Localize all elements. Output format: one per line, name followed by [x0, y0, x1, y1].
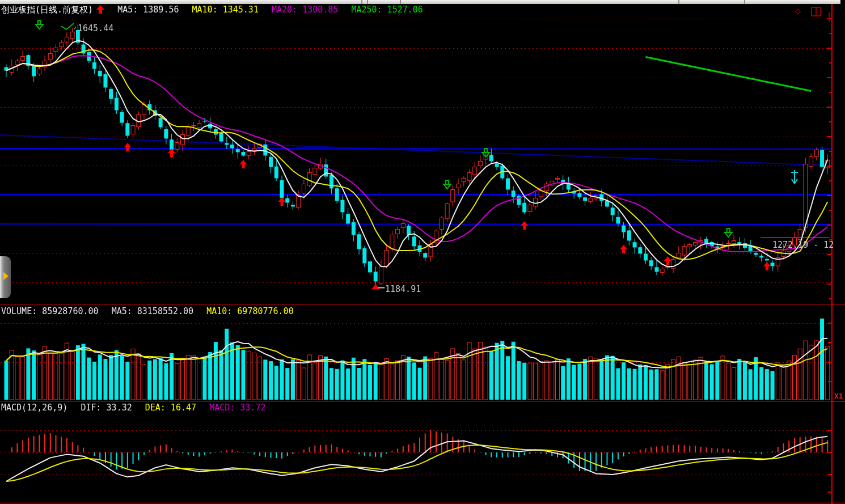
macd-indicator-row: MACD(12,26,9) DIF: 33.32 DEA: 16.47 MACD… — [1, 403, 273, 413]
toolbar-separator — [744, 0, 745, 4]
price-level-callout: 1272.19 - 12 — [760, 238, 830, 252]
ma5-value: MA5: 1389.56 — [117, 5, 179, 15]
tile-windows-icon[interactable] — [811, 7, 821, 16]
macd-params: MACD(12,26,9) — [1, 403, 67, 413]
price-level-text: 1272.19 - 12 — [772, 240, 834, 250]
main-indicator-row: 创业板指(日线.前复权) MA5: 1389.56 MA10: 1345.31 … — [1, 5, 431, 15]
axis-stub — [829, 12, 830, 22]
high-price-label: 1645.44 — [78, 23, 113, 33]
ma20-value: MA20: 1300.85 — [272, 5, 338, 15]
dif-value: DIF: 33.32 — [81, 403, 132, 413]
x-axis-scale-label: X1 — [834, 392, 843, 400]
toolbar-separator — [678, 0, 679, 4]
chart-canvas[interactable] — [0, 0, 845, 504]
top-toolbar[interactable] — [0, 0, 840, 4]
volume-ma5-value: MA5: 83158552.00 — [112, 306, 194, 316]
sidebar-expand-handle[interactable] — [0, 256, 11, 298]
stock-app-window: 创业板指(日线.前复权) MA5: 1389.56 MA10: 1345.31 … — [0, 0, 845, 504]
diamond-icon[interactable]: ◇ — [795, 5, 801, 16]
expand-arrow-icon — [3, 272, 9, 280]
trend-up-arrow-icon — [96, 5, 104, 14]
ma10-value: MA10: 1345.31 — [192, 5, 259, 15]
volume-indicator-row: VOLUME: 85928760.00 MA5: 83158552.00 MA1… — [1, 306, 302, 316]
toolbar-separator — [400, 0, 401, 4]
toolbar-separator — [367, 0, 368, 4]
chart-title: 创业板指(日线.前复权) — [1, 5, 93, 15]
volume-ma10-value: MA10: 69780776.00 — [206, 306, 294, 316]
macd-value: MACD: 33.72 — [209, 403, 265, 413]
ma250-value: MA250: 1527.06 — [351, 5, 422, 15]
low-price-label: 1184.91 — [385, 284, 421, 294]
dea-value: DEA: 16.47 — [145, 403, 196, 413]
volume-value: VOLUME: 85928760.00 — [1, 306, 99, 316]
toolbar-separator — [361, 0, 362, 4]
